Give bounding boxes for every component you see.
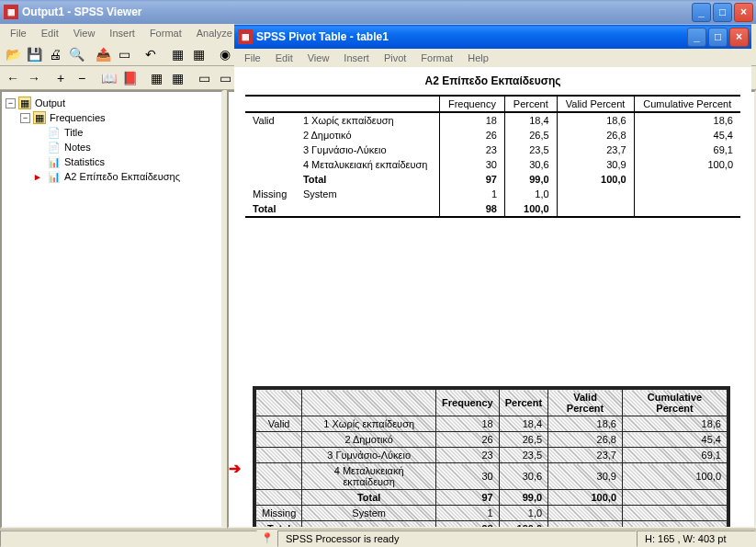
cpct-cell: 69,1 (634, 142, 740, 157)
collapse-icon[interactable]: − (6, 98, 16, 108)
cpct-cell: 100,0 (634, 157, 740, 172)
pivot-table-title: A2 Επίπεδο Εκπαίδευσης (245, 74, 740, 87)
hide-icon[interactable]: ▦ (167, 68, 187, 88)
pivot-menu-insert[interactable]: Insert (337, 51, 376, 65)
table-row[interactable]: 3 Γυμνάσιο-Λύκειο 23 23,5 23,7 69,1 (245, 142, 740, 157)
nav-fwd-icon[interactable]: → (24, 68, 44, 88)
close-button[interactable]: × (734, 3, 753, 22)
nav-back-icon[interactable]: ← (3, 68, 23, 88)
save-icon[interactable]: 💾 (24, 44, 44, 64)
freq-cell: 26 (439, 128, 504, 142)
pct-cell: 23,5 (505, 142, 558, 157)
show-icon[interactable]: ▦ (146, 68, 166, 88)
missing-row[interactable]: Missing System 1 1,0 (245, 187, 740, 201)
print-icon[interactable]: 🖨 (45, 44, 65, 64)
missing-label: Missing (245, 187, 296, 201)
pivot-menubar: File Edit View Insert Pivot Format Help (234, 49, 751, 67)
tree-label: Statistics (64, 156, 105, 167)
title-icon: 📄 (48, 126, 61, 139)
dialog-icon[interactable]: ▭ (114, 44, 134, 64)
spss-app-icon: ▦ (4, 5, 18, 19)
menu-file[interactable]: File (4, 26, 33, 40)
tree-frequencies[interactable]: − ▦ Frequencies (4, 110, 220, 125)
menu-analyze[interactable]: Analyze (190, 26, 239, 40)
pin-icon: 📍 (261, 532, 274, 544)
category-cell: 3 Γυμνάσιο-Λύκειο (296, 142, 440, 157)
table-icon: 📊 (48, 170, 61, 183)
selected-output-table[interactable]: FrequencyPercentValid PercentCumulative … (253, 386, 730, 529)
status-text: SPSS Processor is ready (277, 530, 637, 547)
collapse-icon[interactable]: − (20, 113, 30, 123)
frequency-table[interactable]: Frequency Percent Valid Percent Cumulati… (245, 95, 740, 218)
goto2-icon[interactable]: ▦ (188, 44, 209, 64)
maximize-button[interactable]: □ (713, 3, 732, 22)
pivot-menu-edit[interactable]: Edit (269, 51, 299, 65)
col-frequency: Frequency (439, 96, 504, 112)
total-label: Total (296, 172, 440, 187)
insert2-icon[interactable]: ▭ (215, 68, 235, 88)
pivot-menu-view[interactable]: View (301, 51, 336, 65)
spss-pivot-window: ▦ SPSS Pivot Table - table1 _ □ × File E… (234, 24, 751, 287)
pct-cell: 1,0 (505, 187, 558, 201)
col-percent: Percent (505, 96, 558, 112)
pivot-titlebar[interactable]: ▦ SPSS Pivot Table - table1 _ □ × (234, 25, 751, 49)
expand-icon[interactable]: 📖 (98, 68, 118, 88)
tree-label: Frequencies (50, 112, 106, 123)
table-row[interactable]: Valid 1 Χωρίς εκπαίδευση 18 18,4 18,6 18… (245, 112, 740, 128)
col-cumulative-percent: Cumulative Percent (634, 96, 740, 112)
promote-icon[interactable]: + (51, 68, 71, 88)
tree-output[interactable]: − ▦ Output (4, 96, 220, 110)
pivot-content[interactable]: A2 Επίπεδο Εκπαίδευσης Frequency Percent… (234, 67, 751, 287)
tree-label: Output (35, 97, 65, 108)
table-row[interactable]: 4 Μεταλυκειακή εκπαίδευση 30 30,6 30,9 1… (245, 157, 740, 172)
pivot-menu-pivot[interactable]: Pivot (378, 51, 412, 65)
undo-icon[interactable]: ↶ (141, 44, 161, 64)
col-valid-percent: Valid Percent (557, 96, 634, 112)
export-icon[interactable]: 📤 (93, 44, 113, 64)
pivot-menu-help[interactable]: Help (461, 51, 495, 65)
category-cell: 2 Δημοτικό (296, 128, 440, 142)
table-row[interactable]: 2 Δημοτικό 26 26,5 26,8 45,4 (245, 128, 740, 142)
minimize-button[interactable]: _ (692, 3, 711, 22)
total-label: Total (245, 201, 439, 217)
tree-label: Title (64, 127, 83, 138)
pivot-app-icon: ▦ (238, 29, 253, 44)
valid-total-row[interactable]: Total 97 99,0 100,0 (245, 172, 740, 187)
menu-insert[interactable]: Insert (103, 26, 141, 40)
pivot-close-button[interactable]: × (729, 28, 749, 47)
valid-label: Valid (245, 112, 296, 128)
pivot-maximize-button[interactable]: □ (708, 28, 728, 47)
main-titlebar[interactable]: ▦ Output1 - SPSS Viewer _ □ × (0, 0, 756, 24)
category-cell: 4 Μεταλυκειακή εκπαίδευση (296, 157, 440, 172)
goto-icon[interactable]: ▦ (167, 44, 187, 64)
open-icon[interactable]: 📂 (3, 44, 23, 64)
folder-icon: ▦ (33, 111, 46, 124)
category-cell: 1 Χωρίς εκπαίδευση (296, 112, 440, 128)
vpct-cell: 23,7 (557, 142, 634, 157)
pivot-minimize-button[interactable]: _ (687, 28, 706, 47)
insert1-icon[interactable]: ▭ (194, 68, 214, 88)
menu-format[interactable]: Format (143, 26, 188, 40)
tree-statistics[interactable]: 📊 Statistics (4, 154, 220, 169)
tree-notes[interactable]: 📄 Notes (4, 140, 220, 154)
output-icon: ▦ (18, 97, 31, 109)
freq-cell: 23 (439, 142, 504, 157)
notes-icon: 📄 (48, 141, 61, 154)
menu-view[interactable]: View (67, 26, 102, 40)
system-label: System (296, 187, 440, 201)
freq-cell: 98 (439, 201, 504, 217)
collapse-icon[interactable]: 📕 (119, 68, 140, 88)
outline-tree-panel[interactable]: − ▦ Output − ▦ Frequencies 📄 Title 📄 (0, 90, 223, 529)
menu-edit[interactable]: Edit (35, 26, 65, 40)
pivot-menu-file[interactable]: File (238, 51, 267, 65)
vpct-cell: 30,9 (557, 157, 634, 172)
pivot-title: SPSS Pivot Table - table1 (256, 30, 685, 43)
tree-a2-table[interactable]: ▸ 📊 A2 Επίπεδο Εκπαίδευσης (4, 169, 220, 184)
preview-icon[interactable]: 🔍 (66, 44, 86, 64)
pivot-menu-format[interactable]: Format (414, 51, 459, 65)
grand-total-row[interactable]: Total 98 100,0 (245, 201, 740, 217)
select-icon[interactable]: ◉ (215, 44, 235, 64)
demote-icon[interactable]: − (72, 68, 92, 88)
pct-cell: 100,0 (505, 201, 558, 217)
tree-title[interactable]: 📄 Title (4, 125, 220, 140)
